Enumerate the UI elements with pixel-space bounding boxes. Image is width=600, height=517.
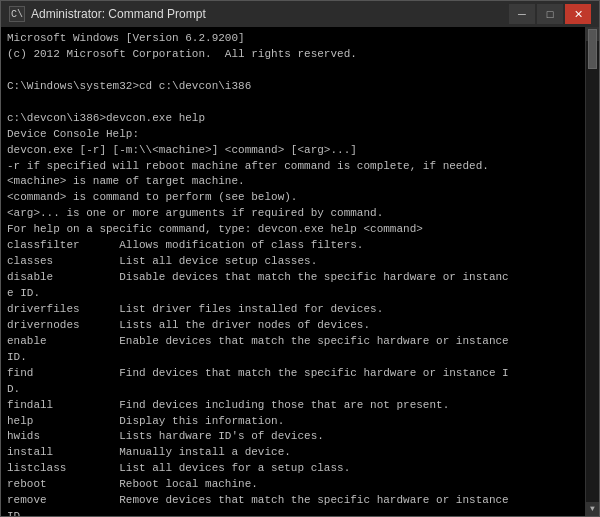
terminal-line <box>7 63 593 79</box>
terminal-line: remove Remove devices that match the spe… <box>7 493 593 509</box>
terminal-line: driverfiles List driver files installed … <box>7 302 593 318</box>
window-title: Administrator: Command Prompt <box>31 7 206 21</box>
terminal-line: classfilter Allows modification of class… <box>7 238 593 254</box>
terminal-line: hwids Lists hardware ID's of devices. <box>7 429 593 445</box>
command-prompt-window: C\ Administrator: Command Prompt ─ □ ✕ M… <box>0 0 600 517</box>
terminal-line: reboot Reboot local machine. <box>7 477 593 493</box>
terminal-line: classes List all device setup classes. <box>7 254 593 270</box>
terminal-line: <machine> is name of target machine. <box>7 174 593 190</box>
terminal-line: (c) 2012 Microsoft Corporation. All righ… <box>7 47 593 63</box>
terminal-line: enable Enable devices that match the spe… <box>7 334 593 350</box>
terminal-line: devcon.exe [-r] [-m:\\<machine>] <comman… <box>7 143 593 159</box>
window-controls: ─ □ ✕ <box>509 4 591 24</box>
terminal-area[interactable]: Microsoft Windows [Version 6.2.9200](c) … <box>1 27 599 516</box>
terminal-line: C:\Windows\system32>cd c:\devcon\i386 <box>7 79 593 95</box>
terminal-line: help Display this information. <box>7 414 593 430</box>
scrollbar[interactable]: ▲ ▼ <box>585 27 599 516</box>
close-button[interactable]: ✕ <box>565 4 591 24</box>
terminal-line: -r if specified will reboot machine afte… <box>7 159 593 175</box>
terminal-line: D. <box>7 382 593 398</box>
terminal-icon: C\ <box>9 6 25 22</box>
terminal-line: disable Disable devices that match the s… <box>7 270 593 286</box>
maximize-button[interactable]: □ <box>537 4 563 24</box>
scroll-down-arrow[interactable]: ▼ <box>586 502 599 516</box>
scrollbar-thumb[interactable] <box>588 29 597 69</box>
terminal-line: findall Find devices including those tha… <box>7 398 593 414</box>
terminal-line: install Manually install a device. <box>7 445 593 461</box>
title-bar: C\ Administrator: Command Prompt ─ □ ✕ <box>1 1 599 27</box>
terminal-output: Microsoft Windows [Version 6.2.9200](c) … <box>7 31 593 516</box>
terminal-line: Microsoft Windows [Version 6.2.9200] <box>7 31 593 47</box>
terminal-line: For help on a specific command, type: de… <box>7 222 593 238</box>
terminal-line: Device Console Help: <box>7 127 593 143</box>
terminal-line: listclass List all devices for a setup c… <box>7 461 593 477</box>
terminal-line: <command> is command to perform (see bel… <box>7 190 593 206</box>
title-bar-left: C\ Administrator: Command Prompt <box>9 6 206 22</box>
terminal-line: <arg>... is one or more arguments if req… <box>7 206 593 222</box>
terminal-line: c:\devcon\i386>devcon.exe help <box>7 111 593 127</box>
terminal-line: e ID. <box>7 286 593 302</box>
terminal-line <box>7 95 593 111</box>
minimize-button[interactable]: ─ <box>509 4 535 24</box>
terminal-line: ID. <box>7 350 593 366</box>
terminal-line: find Find devices that match the specifi… <box>7 366 593 382</box>
terminal-line: drivernodes Lists all the driver nodes o… <box>7 318 593 334</box>
terminal-line: ID. <box>7 509 593 516</box>
